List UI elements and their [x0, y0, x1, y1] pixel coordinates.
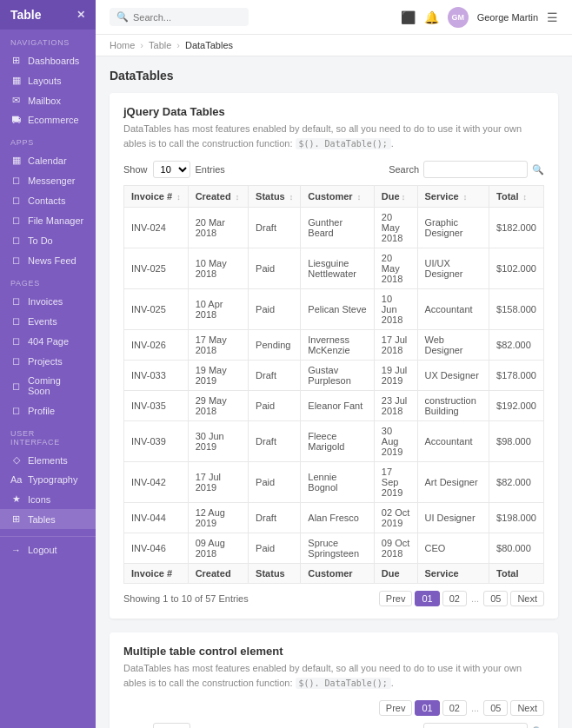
- cart-icon: ⛟: [10, 115, 22, 125]
- topbar-search-container[interactable]: 🔍: [110, 8, 249, 26]
- bell-icon[interactable]: 🔔: [424, 10, 439, 24]
- events-icon: ◻: [10, 315, 22, 327]
- sidebar-item-label: Layouts: [28, 76, 62, 86]
- sidebar-item-label: Mailbox: [28, 96, 61, 106]
- calendar-icon: ▦: [10, 155, 22, 166]
- sidebar-item-ecommerce[interactable]: ⛟ Ecommerce: [0, 110, 96, 129]
- breadcrumb-section[interactable]: Table: [149, 40, 171, 50]
- table1-page-05[interactable]: 05: [483, 591, 508, 606]
- table2-entries-select[interactable]: 10 25 50: [153, 723, 190, 728]
- table-row: INV-03319 May 2019DraftGustav Purpleson1…: [124, 361, 544, 391]
- table1-page-01[interactable]: 01: [415, 591, 439, 606]
- sidebar-item-todo[interactable]: ◻ To Do: [0, 230, 96, 250]
- table1-prev-btn[interactable]: Prev: [379, 591, 413, 606]
- table2-search-input[interactable]: [423, 723, 528, 728]
- layout-icon: ▦: [10, 75, 22, 86]
- sidebar-item-label: Ecommerce: [28, 115, 79, 125]
- table1-pagination-btns: Prev 01 02 ... 05 Next: [379, 591, 544, 606]
- breadcrumb-home[interactable]: Home: [110, 40, 135, 50]
- table2-top-pagination: Prev 01 02 ... 05 Next: [123, 700, 544, 716]
- table-row: INV-04609 Aug 2018PaidSpruce Springsteen…: [124, 533, 544, 564]
- sidebar-item-dashboards[interactable]: ⊞ Dashboards: [0, 50, 96, 70]
- col-service[interactable]: Service ↕: [417, 186, 489, 208]
- search-input[interactable]: [133, 12, 242, 23]
- sidebar-item-404[interactable]: ◻ 404 Page: [0, 331, 96, 351]
- sidebar-item-elements[interactable]: ◇ Elements: [0, 450, 96, 470]
- sidebar-item-typography[interactable]: Aa Typography: [0, 470, 96, 489]
- col-due[interactable]: Due↕: [374, 186, 417, 208]
- folder-icon: ◻: [10, 215, 22, 226]
- sidebar-item-profile[interactable]: ◻ Profile: [0, 400, 96, 420]
- table-row: INV-02617 May 2018PendingInverness McKen…: [124, 330, 544, 361]
- footer-due: Due: [374, 564, 417, 584]
- table1-next-btn[interactable]: Next: [510, 591, 544, 606]
- table2-top-page-05[interactable]: 05: [483, 700, 508, 716]
- breadcrumb: Home › Table › DataTables: [96, 35, 572, 56]
- sidebar-item-coming-soon[interactable]: ◻ Coming Soon: [0, 371, 96, 400]
- breadcrumb-sep1: ›: [140, 40, 143, 50]
- mail-icon: ✉: [10, 95, 22, 106]
- sidebar-item-calendar[interactable]: ▦ Calendar: [0, 150, 96, 170]
- topbar-right: ⬛ 🔔 GM George Martin ☰: [401, 7, 558, 28]
- table2-top-page-01[interactable]: 01: [415, 700, 439, 716]
- logout-icon: →: [10, 545, 22, 555]
- table1-search: Search 🔍: [389, 161, 544, 178]
- table1-footer-row: Invoice # Created Status Customer Due Se…: [124, 564, 544, 584]
- table1-pagination: Showing 1 to 10 of 57 Entries Prev 01 02…: [123, 591, 544, 606]
- monitor-icon[interactable]: ⬛: [401, 10, 416, 24]
- person-icon: ◻: [10, 195, 22, 206]
- table2-top-page-02[interactable]: 02: [442, 700, 467, 716]
- sidebar-item-news-feed[interactable]: ◻ News Feed: [0, 250, 96, 270]
- sidebar-item-contacts[interactable]: ◻ Contacts: [0, 190, 96, 210]
- sidebar-item-label: Elements: [28, 455, 68, 466]
- table1-page-02[interactable]: 02: [442, 591, 467, 606]
- sidebar-close-button[interactable]: ✕: [76, 9, 85, 21]
- table2-card: Multiple table control element DataTable…: [110, 632, 558, 728]
- chat-icon: ◻: [10, 175, 22, 186]
- sidebar-item-invoices[interactable]: ◻ Invoices: [0, 291, 96, 311]
- table2-top-next[interactable]: Next: [510, 700, 544, 716]
- profile-icon: ◻: [10, 405, 22, 416]
- col-created[interactable]: Created ↕: [188, 186, 248, 208]
- col-invoice[interactable]: Invoice # ↕: [124, 186, 189, 208]
- sidebar-item-icons[interactable]: ★ Icons: [0, 489, 96, 509]
- sidebar-item-events[interactable]: ◻ Events: [0, 311, 96, 331]
- table1-desc: DataTables has most features enabled by …: [123, 122, 544, 150]
- table2-top-prev[interactable]: Prev: [379, 700, 413, 716]
- table1-search-input[interactable]: [423, 161, 528, 178]
- sidebar-item-layouts[interactable]: ▦ Layouts: [0, 70, 96, 90]
- sidebar-item-label: Projects: [28, 356, 63, 367]
- sidebar-item-mailbox[interactable]: ✉ Mailbox: [0, 90, 96, 110]
- col-status[interactable]: Status ↕: [249, 186, 301, 208]
- col-total[interactable]: Total ↕: [489, 186, 544, 208]
- breadcrumb-current: DataTables: [185, 40, 233, 50]
- sidebar-item-label: Calendar: [28, 156, 67, 166]
- sidebar-item-tables[interactable]: ⊞ Tables: [0, 509, 96, 529]
- table-row: INV-04217 Jul 2019PaidLennie Bognol17 Se…: [124, 462, 544, 503]
- sidebar-section-pages: PAGES: [0, 270, 96, 291]
- check-icon: ◻: [10, 235, 22, 246]
- sidebar-title: Table: [10, 8, 42, 22]
- sidebar-item-label: Icons: [28, 494, 50, 505]
- sidebar-item-projects[interactable]: ◻ Projects: [0, 351, 96, 371]
- table-row: INV-04412 Aug 2019DraftAlan Fresco02 Oct…: [124, 503, 544, 533]
- table2-show-entries: Show 10 25 50 Entries: [123, 723, 225, 728]
- table2-search: Search 🔍: [389, 723, 544, 728]
- footer-total: Total: [489, 564, 544, 584]
- sidebar: Table ✕ NAVIGATIONS ⊞ Dashboards ▦ Layou…: [0, 0, 96, 728]
- sidebar-header: Table ✕: [0, 0, 96, 30]
- sidebar-section-apps: APPS: [0, 129, 96, 150]
- menu-icon[interactable]: ☰: [547, 10, 558, 24]
- sidebar-item-logout[interactable]: → Logout: [0, 540, 96, 559]
- sidebar-item-messenger[interactable]: ◻ Messenger: [0, 170, 96, 190]
- sidebar-section-navigations: NAVIGATIONS: [0, 30, 96, 50]
- footer-invoice: Invoice #: [124, 564, 189, 584]
- table2-title: Multiple table control element: [123, 645, 544, 658]
- table1-header-row: Invoice # ↕ Created ↕ Status ↕ Customer …: [124, 186, 544, 208]
- table1-show-entries: Show 10 25 50 Entries: [123, 161, 225, 178]
- table1-entries-select[interactable]: 10 25 50: [153, 161, 190, 178]
- sidebar-item-file-manager[interactable]: ◻ File Manager: [0, 210, 96, 230]
- col-customer[interactable]: Customer ↕: [301, 186, 375, 208]
- table1-search-icon[interactable]: 🔍: [532, 164, 544, 175]
- table1-body: INV-02420 Mar 2018DraftGunther Beard20 M…: [124, 208, 544, 564]
